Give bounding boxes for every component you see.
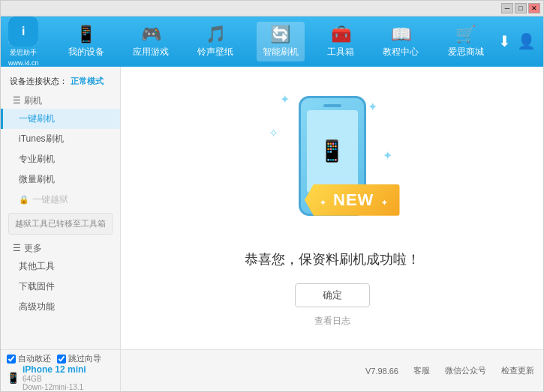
nav-apps-games-label: 应用游戏	[133, 46, 169, 58]
skip-guide-checkbox[interactable]	[57, 355, 66, 364]
device-icon: 📱	[7, 372, 20, 384]
bottom-bar: 自动敢还 跳过向导 📱 iPhone 12 mini 64GB Down-12m…	[1, 349, 543, 391]
smart-flash-icon: 🔄	[270, 25, 290, 44]
my-device-icon: 📱	[76, 25, 96, 44]
maximize-btn[interactable]: □	[515, 3, 527, 13]
sparkle-3: ✧	[269, 126, 278, 140]
nav-ringtones-label: 铃声壁纸	[197, 46, 233, 58]
status-value: 正常模式	[71, 76, 104, 87]
main-layout: 设备连接状态： 正常模式 ☰ 刷机 一键刷机 iTunes刷机 专业刷机 微量刷…	[1, 67, 543, 349]
device-name: iPhone 12 mini	[23, 364, 86, 375]
device-model: Down-12mini-13.1	[23, 383, 86, 391]
new-badge-text: NEW	[333, 190, 374, 209]
new-star-left: ✦	[320, 199, 326, 207]
sidebar-item-onekey-flash[interactable]: 一键刷机	[1, 109, 120, 129]
title-bar: ─ □ ✕	[1, 1, 543, 16]
new-banner: ✦ NEW ✦	[305, 184, 400, 216]
bottom-right-panel: V7.98.66 客服 微信公众号 检查更新	[121, 350, 543, 391]
auto-restore-checkbox[interactable]	[7, 355, 16, 364]
toolbox-icon: 🧰	[331, 25, 351, 44]
header-actions: ⬇ 👤	[498, 32, 536, 50]
success-illustration: ✦ ✦ ✧ ✦ 📱 ✦ NEW ✦	[265, 88, 400, 238]
nav-mall[interactable]: 🛒 爱思商城	[442, 22, 490, 61]
device-details: iPhone 12 mini 64GB Down-12mini-13.1	[23, 364, 86, 391]
nav-smart-flash[interactable]: 🔄 智能刷机	[257, 22, 305, 61]
nav-apps-games[interactable]: 🎮 应用游戏	[127, 22, 175, 61]
confirm-button[interactable]: 确定	[295, 283, 370, 307]
phone-screen: 📱	[307, 110, 358, 193]
bottom-left-panel: 自动敢还 跳过向导 📱 iPhone 12 mini 64GB Down-12m…	[1, 350, 121, 391]
flash-section-icon: ☰	[13, 95, 21, 106]
sidebar-item-micro-flash[interactable]: 微量刷机	[1, 169, 120, 190]
link-check-update[interactable]: 检查更新	[501, 365, 534, 376]
sidebar-item-advanced[interactable]: 高级功能	[1, 297, 120, 317]
sparkle-4: ✦	[383, 148, 392, 163]
nav-tutorials-label: 教程中心	[383, 46, 419, 58]
sidebar-item-jailbreak: 🔒 一键越狱	[1, 190, 120, 210]
main-content: ✦ ✦ ✧ ✦ 📱 ✦ NEW ✦	[121, 67, 543, 349]
nav-mall-label: 爱思商城	[448, 46, 484, 58]
version-text: V7.98.66	[365, 367, 398, 376]
checkbox-auto-restore[interactable]: 自动敢还	[7, 353, 51, 364]
mall-icon: 🛒	[455, 25, 476, 44]
status-label: 设备连接状态：	[10, 76, 68, 87]
nav-smart-flash-label: 智能刷机	[263, 46, 299, 58]
nav-ringtones[interactable]: 🎵 铃声壁纸	[191, 22, 239, 61]
checkbox-group: 自动敢还 跳过向导	[7, 353, 114, 364]
download-btn[interactable]: ⬇	[498, 32, 511, 50]
device-storage: 64GB	[23, 375, 86, 383]
logo[interactable]: i 爱思助手 www.i4.cn	[8, 16, 39, 67]
logo-icon: i	[8, 16, 38, 46]
sidebar-item-itunes-flash[interactable]: iTunes刷机	[1, 129, 120, 149]
minimize-btn[interactable]: ─	[501, 3, 513, 13]
device-info: 📱 iPhone 12 mini 64GB Down-12mini-13.1	[7, 364, 114, 391]
flash-section-label: 刷机	[24, 94, 42, 107]
sidebar-item-pro-flash[interactable]: 专业刷机	[1, 149, 120, 169]
nav-my-device[interactable]: 📱 我的设备	[62, 22, 110, 61]
checkbox-skip-guide[interactable]: 跳过向导	[57, 353, 101, 364]
nav-toolbox-label: 工具箱	[327, 46, 354, 58]
nav-tutorials[interactable]: 📖 教程中心	[377, 22, 425, 61]
sidebar-item-other-tools[interactable]: 其他工具	[1, 256, 120, 277]
sparkle-2: ✦	[368, 100, 377, 114]
link-wechat[interactable]: 微信公众号	[445, 365, 486, 376]
sidebar: 设备连接状态： 正常模式 ☰ 刷机 一键刷机 iTunes刷机 专业刷机 微量刷…	[1, 67, 121, 349]
account-btn[interactable]: 👤	[517, 32, 536, 50]
nav-toolbox[interactable]: 🧰 工具箱	[321, 22, 360, 61]
nav-my-device-label: 我的设备	[68, 46, 104, 58]
nav-bar: 📱 我的设备 🎮 应用游戏 🎵 铃声壁纸 🔄 智能刷机 🧰 工具箱 📖	[54, 22, 498, 61]
ringtones-icon: 🎵	[206, 25, 226, 44]
close-btn[interactable]: ✕	[528, 3, 540, 13]
new-star-right: ✦	[381, 199, 388, 207]
apps-games-icon: 🎮	[141, 25, 161, 44]
header: i 爱思助手 www.i4.cn 📱 我的设备 🎮 应用游戏 🎵 铃声壁纸 🔄	[1, 16, 543, 67]
sparkle-1: ✦	[280, 92, 290, 106]
logo-brand: 爱思助手	[10, 48, 37, 58]
logo-url: www.i4.cn	[8, 59, 39, 67]
go-home-link[interactable]: 查看日志	[314, 315, 350, 328]
phone-speaker	[323, 104, 341, 107]
sidebar-item-download-firmware[interactable]: 下载固件	[1, 277, 120, 297]
tutorials-icon: 📖	[391, 25, 411, 44]
link-customer-service[interactable]: 客服	[413, 365, 430, 376]
success-message: 恭喜您，保资料刷机成功啦！	[245, 250, 420, 268]
jailbreak-note: 越狱工具已转移至工具箱	[8, 213, 113, 235]
more-section-icon: ☰	[13, 243, 21, 253]
more-section-label: 更多	[24, 242, 42, 255]
section-more-title: ☰ 更多	[1, 238, 120, 256]
section-flash-title: ☰ 刷机	[1, 90, 120, 109]
device-status: 设备连接状态： 正常模式	[1, 73, 120, 90]
